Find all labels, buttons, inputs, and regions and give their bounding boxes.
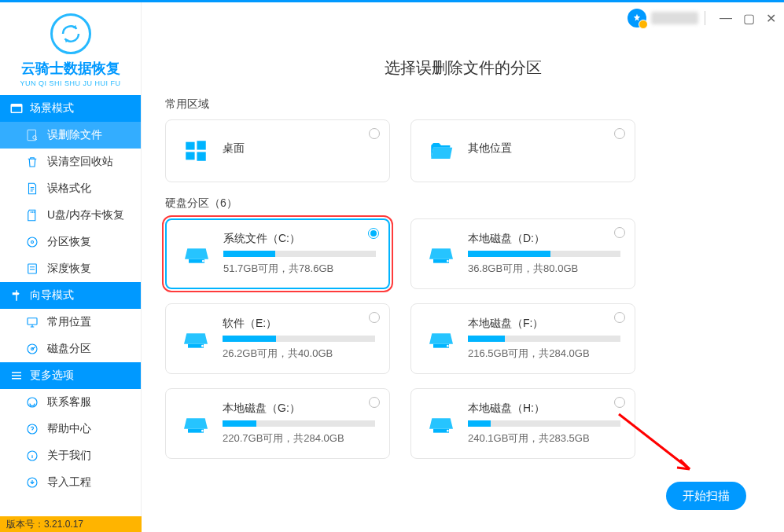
deep-icon [25, 262, 39, 276]
svg-rect-6 [28, 264, 37, 273]
svg-point-22 [201, 430, 204, 432]
nav-label: 深度恢复 [47, 262, 91, 276]
usage-bar [468, 336, 505, 342]
partition-title: 本地磁盘（G:） [223, 402, 377, 416]
maximize-button[interactable]: ▢ [743, 11, 755, 26]
nav-deleted-file[interactable]: 误删除文件 [0, 122, 141, 149]
radio[interactable] [368, 228, 379, 239]
app-name: 云骑士数据恢复 [0, 59, 141, 78]
close-button[interactable]: ✕ [766, 11, 776, 26]
nav-label: 关于我们 [47, 449, 91, 463]
section-label: 向导模式 [30, 288, 74, 303]
svg-point-19 [447, 260, 449, 262]
nav-label: 误格式化 [47, 182, 91, 196]
partition-title: 本地磁盘（F:） [468, 317, 622, 331]
nav-empty-recycle[interactable]: 误清空回收站 [0, 149, 141, 175]
partition-h[interactable]: 本地磁盘（H:） 240.1GB可用，共283.5GB [410, 388, 635, 459]
drive-icon [179, 323, 213, 354]
nav-usb[interactable]: U盘/内存卡恢复 [0, 202, 141, 229]
partition-grid: 系统文件（C:） 51.7GB可用，共78.6GB 本地磁盘（D:） [165, 218, 745, 459]
usage-bar [223, 420, 256, 427]
svg-point-5 [31, 241, 34, 244]
svg-rect-7 [28, 318, 37, 325]
partition-f[interactable]: 本地磁盘（F:） 216.5GB可用，共284.0GB [410, 303, 635, 374]
partition-e[interactable]: 软件（E:） 26.2GB可用，共40.0GB [165, 303, 390, 374]
section-label: 场景模式 [30, 101, 74, 116]
radio[interactable] [614, 397, 625, 408]
version-bar: 版本号：3.21.0.17 [0, 516, 142, 532]
monitor-icon [25, 315, 39, 329]
page-title: 选择误删除文件的分区 [142, 57, 784, 79]
nav-import-project[interactable]: 导入工程 [0, 469, 141, 496]
svg-rect-16 [186, 152, 194, 160]
partition-c[interactable]: 系统文件（C:） 51.7GB可用，共78.6GB [165, 218, 390, 289]
menu-icon [9, 369, 24, 383]
nav-label: U盘/内存卡恢复 [47, 208, 124, 222]
partition-sub: 36.8GB可用，共80.0GB [468, 262, 622, 276]
drive-icon [179, 238, 214, 270]
nav-label: 导入工程 [47, 475, 91, 490]
headset-icon [25, 395, 39, 409]
file-search-icon [25, 128, 39, 142]
nav-format[interactable]: 误格式化 [0, 175, 141, 202]
sidebar: 云骑士数据恢复 YUN QI SHI SHU JU HUI FU 场景模式 误删… [0, 2, 142, 532]
card-desktop[interactable]: 桌面 [165, 119, 390, 182]
radio[interactable] [369, 128, 380, 139]
svg-point-23 [447, 430, 449, 432]
nav-common-location[interactable]: 常用位置 [0, 309, 141, 336]
nav-label: 常用位置 [47, 315, 91, 329]
svg-point-21 [447, 345, 449, 347]
partition-title: 系统文件（C:） [223, 232, 376, 246]
nav-disk-partition[interactable]: 磁盘分区 [0, 336, 141, 362]
nav-label: 帮助中心 [47, 422, 91, 436]
avatar [628, 9, 646, 28]
section-more[interactable]: 更多选项 [0, 362, 141, 389]
help-icon [25, 422, 39, 436]
section-wizard-mode[interactable]: 向导模式 [0, 282, 141, 309]
section-label: 更多选项 [30, 369, 74, 383]
usage-bar [223, 251, 275, 257]
nav-deep[interactable]: 深度恢复 [0, 255, 141, 282]
partition-sub: 220.7GB可用，共284.0GB [223, 431, 377, 446]
user-badge[interactable] [628, 9, 698, 28]
usage-bar [468, 251, 550, 257]
svg-rect-2 [28, 130, 36, 141]
titlebar: — ▢ ✕ [142, 2, 784, 34]
minimize-button[interactable]: — [720, 11, 732, 26]
radio[interactable] [369, 312, 380, 323]
drive-icon [424, 238, 458, 270]
nav-label: 误清空回收站 [47, 155, 113, 169]
file-icon [25, 182, 39, 196]
radio[interactable] [369, 397, 380, 408]
section-scene-mode[interactable]: 场景模式 [0, 95, 141, 122]
nav-label: 磁盘分区 [47, 342, 91, 356]
nav-partition[interactable]: 分区恢复 [0, 229, 141, 255]
partition-sub: 240.1GB可用，共283.5GB [468, 431, 622, 446]
drive-icon [424, 408, 458, 439]
partition-label: 硬盘分区（6） [165, 196, 745, 211]
nav-about[interactable]: 关于我们 [0, 442, 141, 469]
radio[interactable] [614, 227, 625, 238]
nav-label: 误删除文件 [47, 128, 102, 142]
logo: 云骑士数据恢复 YUN QI SHI SHU JU HUI FU [0, 2, 141, 95]
svg-rect-1 [11, 105, 22, 107]
scene-icon [9, 101, 24, 116]
radio[interactable] [614, 128, 625, 139]
nav-label: 分区恢复 [47, 235, 91, 249]
svg-point-4 [28, 237, 37, 247]
signpost-icon [9, 288, 24, 303]
sd-card-icon [25, 208, 39, 222]
common-area-label: 常用区域 [165, 97, 745, 112]
usage-bar [468, 420, 491, 427]
card-other-location[interactable]: 其他位置 [410, 119, 635, 182]
trash-icon [25, 155, 39, 169]
windows-icon [179, 138, 213, 164]
radio[interactable] [614, 312, 625, 323]
usage-bar [223, 336, 276, 342]
partition-d[interactable]: 本地磁盘（D:） 36.8GB可用，共80.0GB [410, 218, 635, 289]
svg-rect-15 [197, 141, 205, 149]
nav-contact-support[interactable]: 联系客服 [0, 389, 141, 416]
nav-help[interactable]: 帮助中心 [0, 416, 141, 442]
partition-g[interactable]: 本地磁盘（G:） 220.7GB可用，共284.0GB [165, 388, 390, 459]
start-scan-button[interactable]: 开始扫描 [666, 482, 746, 510]
